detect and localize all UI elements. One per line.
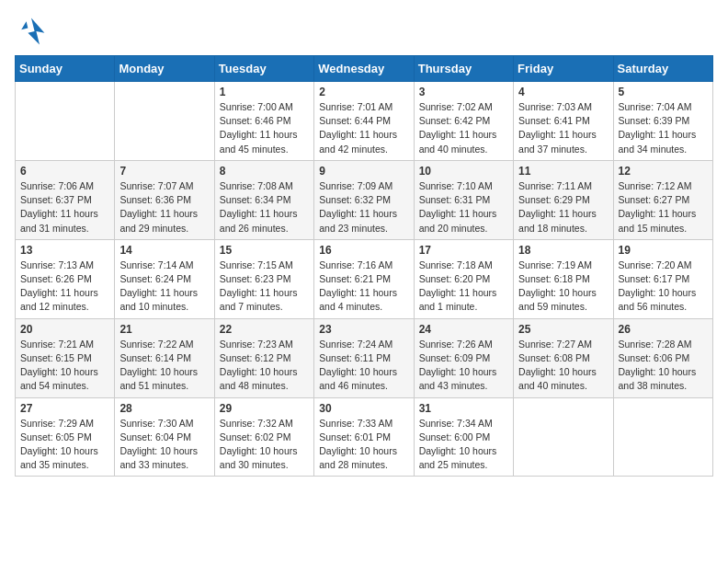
day-number: 23 xyxy=(319,323,408,336)
calendar-cell: 15Sunrise: 7:15 AM Sunset: 6:23 PM Dayli… xyxy=(214,239,313,318)
day-info: Sunrise: 7:09 AM Sunset: 6:32 PM Dayligh… xyxy=(319,179,408,236)
weekday-header-tuesday: Tuesday xyxy=(214,56,313,82)
day-number: 18 xyxy=(518,244,608,257)
day-info: Sunrise: 7:01 AM Sunset: 6:44 PM Dayligh… xyxy=(319,100,408,156)
calendar-cell: 16Sunrise: 7:16 AM Sunset: 6:21 PM Dayli… xyxy=(314,239,414,318)
weekday-header-monday: Monday xyxy=(115,56,214,82)
weekday-header-wednesday: Wednesday xyxy=(314,56,414,82)
calendar-cell: 1Sunrise: 7:00 AM Sunset: 6:46 PM Daylig… xyxy=(214,82,313,161)
calendar-cell: 19Sunrise: 7:20 AM Sunset: 6:17 PM Dayli… xyxy=(613,239,712,318)
calendar-cell: 30Sunrise: 7:33 AM Sunset: 6:01 PM Dayli… xyxy=(314,397,414,477)
day-info: Sunrise: 7:06 AM Sunset: 6:37 PM Dayligh… xyxy=(20,179,109,236)
calendar-cell xyxy=(514,397,613,477)
day-number: 21 xyxy=(119,323,209,336)
day-info: Sunrise: 7:00 AM Sunset: 6:46 PM Dayligh… xyxy=(220,100,309,156)
calendar-cell: 13Sunrise: 7:13 AM Sunset: 6:26 PM Dayli… xyxy=(16,239,115,318)
day-info: Sunrise: 7:34 AM Sunset: 6:00 PM Dayligh… xyxy=(419,417,508,473)
day-number: 30 xyxy=(319,402,408,415)
day-info: Sunrise: 7:10 AM Sunset: 6:31 PM Dayligh… xyxy=(419,179,508,236)
day-number: 20 xyxy=(20,323,109,336)
day-number: 15 xyxy=(220,244,309,257)
calendar-cell: 5Sunrise: 7:04 AM Sunset: 6:39 PM Daylig… xyxy=(613,82,712,161)
day-number: 27 xyxy=(20,402,109,415)
day-info: Sunrise: 7:21 AM Sunset: 6:15 PM Dayligh… xyxy=(20,338,109,394)
calendar-cell: 8Sunrise: 7:08 AM Sunset: 6:34 PM Daylig… xyxy=(214,160,313,239)
weekday-header-row: SundayMondayTuesdayWednesdayThursdayFrid… xyxy=(16,56,713,82)
day-info: Sunrise: 7:13 AM Sunset: 6:26 PM Dayligh… xyxy=(20,259,109,315)
calendar-cell xyxy=(115,82,214,161)
page-header xyxy=(15,15,713,48)
day-number: 22 xyxy=(220,323,309,336)
calendar-cell: 27Sunrise: 7:29 AM Sunset: 6:05 PM Dayli… xyxy=(16,397,115,477)
calendar-table: SundayMondayTuesdayWednesdayThursdayFrid… xyxy=(15,55,713,477)
calendar-cell: 21Sunrise: 7:22 AM Sunset: 6:14 PM Dayli… xyxy=(115,318,214,397)
day-number: 28 xyxy=(119,402,209,415)
day-info: Sunrise: 7:23 AM Sunset: 6:12 PM Dayligh… xyxy=(220,338,309,394)
calendar-week-3: 13Sunrise: 7:13 AM Sunset: 6:26 PM Dayli… xyxy=(16,239,713,318)
svg-marker-0 xyxy=(28,18,44,45)
weekday-header-saturday: Saturday xyxy=(613,56,712,82)
logo-icon xyxy=(15,15,48,48)
calendar-cell: 17Sunrise: 7:18 AM Sunset: 6:20 PM Dayli… xyxy=(414,239,513,318)
calendar-cell: 12Sunrise: 7:12 AM Sunset: 6:27 PM Dayli… xyxy=(613,160,712,239)
calendar-cell: 4Sunrise: 7:03 AM Sunset: 6:41 PM Daylig… xyxy=(514,82,613,161)
day-number: 5 xyxy=(619,86,708,98)
calendar-cell: 22Sunrise: 7:23 AM Sunset: 6:12 PM Dayli… xyxy=(214,318,313,397)
calendar-cell: 2Sunrise: 7:01 AM Sunset: 6:44 PM Daylig… xyxy=(314,82,414,161)
day-number: 10 xyxy=(419,165,508,178)
day-info: Sunrise: 7:26 AM Sunset: 6:09 PM Dayligh… xyxy=(419,338,508,394)
weekday-header-thursday: Thursday xyxy=(414,56,513,82)
day-number: 1 xyxy=(220,86,309,98)
day-number: 24 xyxy=(419,323,508,336)
weekday-header-friday: Friday xyxy=(514,56,613,82)
calendar-week-5: 27Sunrise: 7:29 AM Sunset: 6:05 PM Dayli… xyxy=(16,397,713,477)
day-number: 3 xyxy=(419,86,508,98)
day-info: Sunrise: 7:27 AM Sunset: 6:08 PM Dayligh… xyxy=(518,338,608,394)
calendar-cell: 6Sunrise: 7:06 AM Sunset: 6:37 PM Daylig… xyxy=(16,160,115,239)
day-number: 2 xyxy=(319,86,408,98)
calendar-cell: 23Sunrise: 7:24 AM Sunset: 6:11 PM Dayli… xyxy=(314,318,414,397)
calendar-week-1: 1Sunrise: 7:00 AM Sunset: 6:46 PM Daylig… xyxy=(16,82,713,161)
day-number: 11 xyxy=(518,165,608,178)
calendar-cell: 18Sunrise: 7:19 AM Sunset: 6:18 PM Dayli… xyxy=(514,239,613,318)
day-info: Sunrise: 7:29 AM Sunset: 6:05 PM Dayligh… xyxy=(20,417,109,473)
day-number: 19 xyxy=(619,244,708,257)
day-number: 12 xyxy=(619,165,708,178)
day-number: 29 xyxy=(220,402,309,415)
calendar-cell: 20Sunrise: 7:21 AM Sunset: 6:15 PM Dayli… xyxy=(16,318,115,397)
day-number: 7 xyxy=(119,165,209,178)
day-info: Sunrise: 7:16 AM Sunset: 6:21 PM Dayligh… xyxy=(319,259,408,315)
calendar-cell: 25Sunrise: 7:27 AM Sunset: 6:08 PM Dayli… xyxy=(514,318,613,397)
day-info: Sunrise: 7:11 AM Sunset: 6:29 PM Dayligh… xyxy=(518,179,608,236)
calendar-cell: 14Sunrise: 7:14 AM Sunset: 6:24 PM Dayli… xyxy=(115,239,214,318)
day-number: 6 xyxy=(20,165,109,178)
logo xyxy=(15,15,51,48)
day-number: 17 xyxy=(419,244,508,257)
day-info: Sunrise: 7:20 AM Sunset: 6:17 PM Dayligh… xyxy=(619,259,708,315)
day-info: Sunrise: 7:04 AM Sunset: 6:39 PM Dayligh… xyxy=(619,100,708,156)
day-info: Sunrise: 7:24 AM Sunset: 6:11 PM Dayligh… xyxy=(319,338,408,394)
day-info: Sunrise: 7:02 AM Sunset: 6:42 PM Dayligh… xyxy=(419,100,508,156)
day-info: Sunrise: 7:22 AM Sunset: 6:14 PM Dayligh… xyxy=(119,338,209,394)
calendar-cell xyxy=(16,82,115,161)
day-info: Sunrise: 7:14 AM Sunset: 6:24 PM Dayligh… xyxy=(119,259,209,315)
day-info: Sunrise: 7:07 AM Sunset: 6:36 PM Dayligh… xyxy=(119,179,209,236)
day-number: 9 xyxy=(319,165,408,178)
day-number: 4 xyxy=(518,86,608,98)
calendar-cell: 26Sunrise: 7:28 AM Sunset: 6:06 PM Dayli… xyxy=(613,318,712,397)
svg-marker-1 xyxy=(21,21,28,29)
calendar-cell: 7Sunrise: 7:07 AM Sunset: 6:36 PM Daylig… xyxy=(115,160,214,239)
day-info: Sunrise: 7:03 AM Sunset: 6:41 PM Dayligh… xyxy=(518,100,608,156)
day-info: Sunrise: 7:12 AM Sunset: 6:27 PM Dayligh… xyxy=(619,179,708,236)
calendar-cell xyxy=(613,397,712,477)
calendar-cell: 29Sunrise: 7:32 AM Sunset: 6:02 PM Dayli… xyxy=(214,397,313,477)
calendar-cell: 3Sunrise: 7:02 AM Sunset: 6:42 PM Daylig… xyxy=(414,82,513,161)
day-info: Sunrise: 7:15 AM Sunset: 6:23 PM Dayligh… xyxy=(220,259,309,315)
calendar-cell: 10Sunrise: 7:10 AM Sunset: 6:31 PM Dayli… xyxy=(414,160,513,239)
calendar-cell: 11Sunrise: 7:11 AM Sunset: 6:29 PM Dayli… xyxy=(514,160,613,239)
day-info: Sunrise: 7:32 AM Sunset: 6:02 PM Dayligh… xyxy=(220,417,309,473)
day-number: 14 xyxy=(119,244,209,257)
weekday-header-sunday: Sunday xyxy=(16,56,115,82)
calendar-cell: 24Sunrise: 7:26 AM Sunset: 6:09 PM Dayli… xyxy=(414,318,513,397)
day-number: 31 xyxy=(419,402,508,415)
